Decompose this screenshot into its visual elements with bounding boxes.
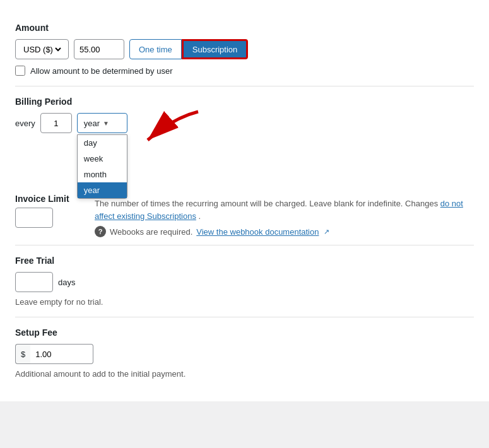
period-selected-label: year — [84, 119, 100, 128]
setup-fee-title: Setup Fee — [15, 327, 474, 338]
free-trial-title: Free Trial — [15, 256, 474, 266]
period-option-day[interactable]: day — [78, 135, 127, 151]
amount-row: USD ($) EUR (€) GBP (£) One time Subscri… — [15, 39, 474, 59]
amount-section: Amount USD ($) EUR (€) GBP (£) One time … — [15, 13, 474, 86]
invoice-limit-description: The number of times the recurring amount… — [95, 197, 474, 222]
free-trial-row: days — [15, 272, 474, 292]
free-trial-hint: Leave empty for no trial. — [15, 297, 474, 307]
period-option-month[interactable]: month — [78, 167, 127, 182]
one-time-button[interactable]: One time — [129, 39, 182, 59]
webhook-row: ? Webooks are required. View the webhook… — [95, 226, 474, 237]
billing-period-title: Billing Period — [15, 97, 474, 107]
period-select-wrapper: year ▼ day week month year — [77, 113, 127, 133]
free-trial-input[interactable] — [15, 272, 53, 292]
amount-title: Amount — [15, 23, 474, 33]
invoice-limit-title: Invoice Limit — [15, 194, 85, 204]
allow-amount-label: Allow amount to be determined by user — [30, 66, 172, 76]
days-label: days — [58, 278, 75, 287]
every-label: every — [15, 119, 35, 128]
invoice-limit-input[interactable] — [15, 208, 53, 228]
payment-type-group: One time Subscription — [129, 39, 248, 59]
period-option-year[interactable]: year — [78, 182, 127, 198]
period-dropdown: day week month year — [77, 134, 127, 199]
period-chevron-icon: ▼ — [103, 120, 109, 127]
billing-period-section: Billing Period every year ▼ day week mon… — [15, 86, 474, 133]
dollar-prefix: $ — [15, 344, 30, 364]
setup-fee-hint: Additional amount to add to the initial … — [15, 369, 474, 379]
billing-period-row: every year ▼ day week month year — [15, 113, 474, 133]
free-trial-section: Free Trial days Leave empty for no trial… — [15, 245, 474, 317]
external-link-icon: ↗ — [324, 228, 329, 236]
invoice-limit-right: The number of times the recurring amount… — [95, 194, 474, 237]
invoice-limit-row: Invoice Limit The number of times the re… — [15, 194, 474, 237]
currency-select-wrapper[interactable]: USD ($) EUR (€) GBP (£) — [15, 39, 69, 59]
webhook-text: Webooks are required. — [110, 227, 192, 237]
allow-amount-row: Allow amount to be determined by user — [15, 66, 474, 76]
period-select-button[interactable]: year ▼ — [77, 113, 127, 133]
period-option-week[interactable]: week — [78, 151, 127, 167]
currency-select[interactable]: USD ($) EUR (€) GBP (£) — [21, 44, 63, 55]
period-number-input[interactable] — [40, 113, 72, 133]
allow-amount-checkbox[interactable] — [15, 66, 25, 76]
setup-fee-row: $ — [15, 344, 474, 364]
amount-input[interactable] — [74, 39, 124, 59]
setup-fee-section: Setup Fee $ Additional amount to add to … — [15, 317, 474, 389]
subscription-button[interactable]: Subscription — [182, 39, 249, 59]
invoice-limit-left: Invoice Limit — [15, 194, 85, 228]
setup-fee-input[interactable] — [30, 344, 93, 364]
webhook-link[interactable]: View the webhook documentation — [196, 227, 319, 237]
question-icon: ? — [95, 226, 106, 237]
